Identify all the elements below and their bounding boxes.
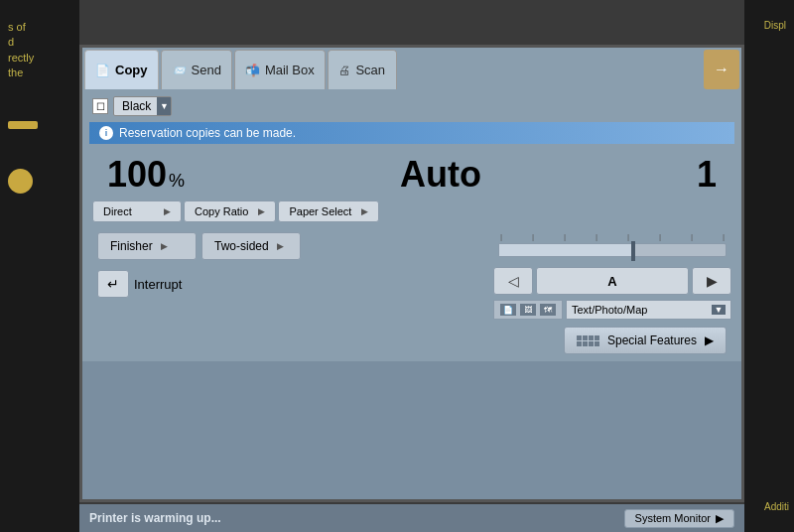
- lower-section: Finisher ▶ Two-sided ▶ ↵ Interrupt: [87, 227, 736, 356]
- special-icon-grid: [577, 335, 599, 346]
- values-row: 100 % Auto 1: [87, 149, 736, 200]
- left-panel: s of d rectly the: [0, 0, 79, 532]
- interrupt-label: Interrupt: [134, 277, 182, 292]
- finisher-button[interactable]: Finisher ▶: [97, 232, 197, 260]
- paper-select-arrow: ▶: [361, 206, 368, 216]
- two-sided-button[interactable]: Two-sided ▶: [201, 232, 301, 260]
- zoom-display: 100 %: [107, 154, 185, 196]
- copies-value: 1: [697, 154, 717, 196]
- paper-select-label: Paper Select: [289, 205, 351, 217]
- tab-mailbox[interactable]: 📬 Mail Box: [234, 50, 326, 89]
- paper-mode-value: Auto: [400, 154, 481, 196]
- finisher-label: Finisher: [110, 239, 153, 253]
- tab-mailbox-label: Mail Box: [265, 63, 315, 77]
- interrupt-icon-symbol: ↵: [107, 276, 119, 292]
- doc-icon-box: 📄: [500, 304, 516, 316]
- image-quality-arrow: ▼: [712, 305, 726, 315]
- exposure-darker-btn[interactable]: ▶: [692, 267, 731, 295]
- tab-send[interactable]: 📨 Send: [161, 50, 232, 89]
- two-sided-arrow: ▶: [277, 241, 284, 251]
- slider-fill: [499, 244, 635, 256]
- exposure-lighter-btn[interactable]: ◁: [493, 267, 533, 295]
- two-sided-label: Two-sided: [214, 239, 269, 253]
- send-icon: 📨: [172, 64, 187, 77]
- copy-ratio-arrow: ▶: [258, 206, 265, 216]
- slider-handle[interactable]: [631, 241, 635, 261]
- main-screen: 📄 Copy 📨 Send 📬 Mail Box 🖨 Scan →: [79, 45, 744, 502]
- zoom-value: 100: [107, 154, 167, 196]
- color-row: ☐ Black ▼: [87, 94, 736, 118]
- color-select-label: Black: [122, 99, 151, 113]
- status-bar: Printer is warming up... System Monitor …: [79, 504, 744, 532]
- copy-ratio-button[interactable]: Copy Ratio ▶: [184, 200, 276, 222]
- tab-copy[interactable]: 📄 Copy: [84, 50, 159, 89]
- direct-button[interactable]: Direct ▶: [92, 200, 182, 222]
- photo-icon-box: 🖼: [520, 304, 536, 316]
- special-features-button[interactable]: Special Features ▶: [564, 327, 727, 354]
- tab-scan-label: Scan: [355, 63, 385, 77]
- darker-icon: ▶: [707, 273, 718, 289]
- screen-content: ☐ Black ▼ i Reservation copies can be ma…: [82, 89, 741, 361]
- status-message: Printer is warming up...: [89, 511, 221, 525]
- mailbox-icon: 📬: [245, 64, 260, 77]
- reservation-icon: i: [99, 126, 113, 140]
- yellow-indicator: [8, 121, 38, 129]
- lower-right: | | | | | | | |: [493, 227, 731, 356]
- system-monitor-button[interactable]: System Monitor ▶: [624, 509, 734, 528]
- direct-arrow: ▶: [164, 206, 171, 216]
- lower-left: Finisher ▶ Two-sided ▶ ↵ Interrupt: [92, 227, 488, 356]
- special-features-label: Special Features: [607, 333, 697, 347]
- tab-bar: 📄 Copy 📨 Send 📬 Mail Box 🖨 Scan →: [82, 48, 741, 89]
- image-quality-label: Text/Photo/Map: [572, 304, 647, 316]
- special-features-row: Special Features ▶: [493, 325, 731, 356]
- system-monitor-arrow: ▶: [716, 512, 724, 525]
- reservation-bar: i Reservation copies can be made.: [89, 122, 734, 144]
- color-checkbox[interactable]: ☐: [92, 98, 108, 114]
- map-icon-box: 🗺: [540, 304, 556, 316]
- direct-label: Direct: [103, 205, 132, 217]
- tab-scan[interactable]: 🖨 Scan: [328, 50, 397, 89]
- lighter-icon: ◁: [508, 273, 519, 289]
- outer-frame: s of d rectly the Displ Additi 📄 Copy 📨 …: [0, 0, 794, 532]
- function-buttons-row: Direct ▶ Copy Ratio ▶ Paper Select ▶: [87, 200, 736, 227]
- left-text-top: s of d rectly the: [8, 20, 71, 81]
- exposure-row: ◁ A ▶: [493, 267, 731, 295]
- interrupt-row: ↵ Interrupt: [92, 265, 488, 303]
- copy-icon: 📄: [95, 64, 110, 77]
- yellow-key[interactable]: [8, 169, 33, 194]
- copy-ratio-label: Copy Ratio: [195, 205, 248, 217]
- tab-send-label: Send: [192, 63, 221, 77]
- special-features-arrow: ▶: [705, 333, 714, 347]
- slider-area: | | | | | | | |: [493, 227, 731, 267]
- finisher-row: Finisher ▶ Two-sided ▶: [92, 227, 488, 265]
- image-quality-row: 📄 🖼 🗺 Text/Photo/Map: [493, 300, 731, 320]
- exposure-auto-btn[interactable]: A: [536, 267, 689, 295]
- exposure-slider-track[interactable]: [498, 243, 727, 257]
- color-select[interactable]: Black ▼: [113, 96, 172, 116]
- image-quality-dropdown[interactable]: Text/Photo/Map ▼: [566, 300, 731, 320]
- right-label-bottom: Additi: [749, 501, 789, 512]
- tab-next-arrow[interactable]: →: [704, 50, 739, 89]
- color-select-arrow: ▼: [157, 97, 171, 115]
- auto-label: A: [607, 274, 616, 289]
- photo-icons-group: 📄 🖼 🗺: [493, 300, 563, 320]
- finisher-arrow: ▶: [161, 241, 168, 251]
- system-monitor-label: System Monitor: [635, 512, 711, 524]
- zoom-unit: %: [169, 171, 185, 192]
- reservation-message: Reservation copies can be made.: [119, 126, 296, 140]
- scan-icon: 🖨: [338, 64, 350, 77]
- right-label-top: Displ: [749, 20, 789, 31]
- right-panel: Displ Additi: [744, 0, 794, 532]
- interrupt-icon-btn[interactable]: ↵: [97, 270, 129, 298]
- tab-copy-label: Copy: [115, 63, 148, 77]
- paper-select-button[interactable]: Paper Select ▶: [278, 200, 379, 222]
